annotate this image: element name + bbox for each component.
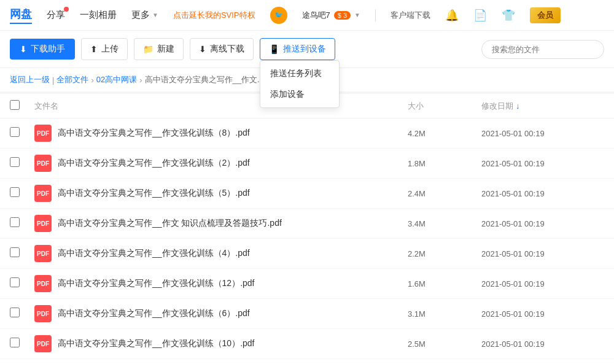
folder-add-icon: 📁 — [143, 44, 154, 54]
file-size-label: 2.5M — [408, 339, 481, 349]
download-icon: ⬇ — [20, 44, 27, 54]
push-to-device-button[interactable]: 📱 推送到设备 — [260, 38, 335, 60]
nav-promo-banner[interactable]: 点击延长我的SVIP特权 — [173, 10, 255, 21]
client-download-link[interactable]: 客户端下载 — [391, 10, 430, 21]
upload-icon: ⬆ — [90, 44, 98, 54]
table-row[interactable]: PDF 高中语文夺分宝典之写作 作文强化训练（9）(www.xue-ba.org… — [0, 359, 614, 364]
table-row[interactable]: PDF 高中语文夺分宝典之写作__作文强化训练（5）.pdf 2.4M 2021… — [0, 179, 614, 209]
row-checkbox[interactable] — [10, 277, 34, 290]
file-date-label: 2021-05-01 00:19 — [481, 249, 604, 258]
header-checkbox[interactable] — [10, 100, 34, 112]
file-name-label: 高中语文夺分宝典之写作__作文强化训练（10）.pdf — [58, 338, 255, 349]
table-row[interactable]: PDF 高中语文夺分宝典之写作__作文强化训练（8）.pdf 4.2M 2021… — [0, 118, 614, 149]
upload-button[interactable]: ⬆ 上传 — [81, 38, 128, 60]
push-dropdown: 推送任务列表 添加设备 — [260, 60, 340, 108]
file-name-cell: PDF 高中语文夺分宝典之写作__作文强化训练（10）.pdf — [34, 335, 408, 352]
breadcrumb-folder1[interactable]: 02高中网课 — [96, 74, 137, 85]
row-checkbox[interactable] — [10, 338, 34, 350]
file-size-label: 1.6M — [408, 279, 481, 288]
file-name-cell: PDF 高中语文夺分宝典之写作__作文强化训练（8）.pdf — [34, 125, 408, 142]
user-dropdown-icon[interactable]: ▼ — [354, 12, 360, 18]
pdf-icon: PDF — [34, 185, 52, 202]
file-date-label: 2021-05-01 00:19 — [481, 159, 604, 168]
pdf-icon: PDF — [34, 305, 52, 322]
push-task-list-item[interactable]: 推送任务列表 — [260, 63, 339, 84]
pdf-icon: PDF — [34, 215, 52, 232]
row-checkbox[interactable] — [10, 187, 34, 199]
file-size-label: 2.4M — [408, 189, 481, 198]
file-rows-container: PDF 高中语文夺分宝典之写作__作文强化训练（8）.pdf 4.2M 2021… — [0, 118, 614, 364]
file-date-label: 2021-05-01 00:19 — [481, 309, 604, 319]
new-folder-button[interactable]: 📁 新建 — [134, 38, 184, 60]
table-row[interactable]: PDF 高中语文夺分宝典之写作__作文强化训练（4）.pdf 2.2M 2021… — [0, 239, 614, 269]
toolbar: ⬇ 下载助手 ⬆ 上传 📁 新建 ⬇ 离线下载 📱 推送到设备 推送任务列表 添… — [0, 31, 614, 68]
download-assistant-button[interactable]: ⬇ 下载助手 — [10, 39, 75, 60]
push-icon: 📱 — [269, 44, 279, 54]
nav-item-more[interactable]: 更多 ▼ — [131, 9, 158, 21]
pdf-icon: PDF — [34, 155, 52, 172]
nav-item-share[interactable]: 分享 — [47, 9, 65, 21]
username-label: 途鸟吧7 — [302, 10, 330, 21]
share-notification-dot — [64, 7, 69, 12]
breadcrumb-separator-3: › — [139, 76, 142, 85]
file-name-cell: PDF 高中语文夺分宝典之写作__作文强化训练（12）.pdf — [34, 275, 408, 292]
file-date-label: 2021-05-01 00:19 — [481, 129, 604, 138]
file-name-label: 高中语文夺分宝典之写作__作文 知识点梳理及答题技巧.pdf — [58, 218, 282, 229]
top-navigation: 网盘 分享 一刻相册 更多 ▼ 点击延长我的SVIP特权 🐦 途鸟吧7 $ 3 … — [0, 0, 614, 31]
table-row[interactable]: PDF 高中语文夺分宝典之写作__作文 知识点梳理及答题技巧.pdf 3.4M … — [0, 209, 614, 239]
file-name-label: 高中语文夺分宝典之写作__作文强化训练（6）.pdf — [58, 308, 250, 319]
file-name-label: 高中语文夺分宝典之写作__作文强化训练（2）.pdf — [58, 158, 250, 169]
pdf-icon: PDF — [34, 125, 52, 142]
avatar: 🐦 — [270, 7, 287, 24]
table-row[interactable]: PDF 高中语文夺分宝典之写作__作文强化训练（6）.pdf 3.1M 2021… — [0, 299, 614, 329]
header-filename: 文件名 — [34, 101, 408, 112]
file-table: 文件名 大小 修改日期 ↓ PDF 高中语文夺分宝典之写作__作文强化训练（8）… — [0, 94, 614, 364]
row-checkbox[interactable] — [10, 127, 34, 139]
file-name-label: 高中语文夺分宝典之写作__作文强化训练（5）.pdf — [58, 188, 250, 199]
file-date-label: 2021-05-01 00:19 — [481, 189, 604, 198]
file-size-label: 3.1M — [408, 309, 481, 319]
shirt-icon[interactable]: 👕 — [502, 9, 515, 22]
chevron-down-icon: ▼ — [152, 12, 158, 18]
vip-button[interactable]: 会员 — [530, 7, 561, 23]
file-name-label: 高中语文夺分宝典之写作__作文强化训练（4）.pdf — [58, 248, 250, 259]
table-row[interactable]: PDF 高中语文夺分宝典之写作__作文强化训练（12）.pdf 1.6M 202… — [0, 269, 614, 299]
file-size-label: 1.8M — [408, 159, 481, 168]
row-checkbox[interactable] — [10, 157, 34, 169]
file-date-label: 2021-05-01 00:19 — [481, 279, 604, 288]
file-date-label: 2021-05-01 00:19 — [481, 219, 604, 228]
nav-item-album[interactable]: 一刻相册 — [80, 9, 117, 21]
file-name-cell: PDF 高中语文夺分宝典之写作__作文 知识点梳理及答题技巧.pdf — [34, 215, 408, 232]
file-size-label: 4.2M — [408, 129, 481, 138]
push-to-device-container: 📱 推送到设备 推送任务列表 添加设备 — [260, 38, 335, 60]
row-checkbox[interactable] — [10, 217, 34, 230]
header-size: 大小 — [408, 101, 481, 112]
breadcrumb-separator-2: › — [91, 76, 93, 85]
offline-download-button[interactable]: ⬇ 离线下载 — [190, 38, 254, 60]
header-date[interactable]: 修改日期 ↓ — [481, 101, 604, 112]
nav-logo[interactable]: 网盘 — [10, 7, 32, 24]
breadcrumb-folder2: 高中语文夺分宝典之写作__作文... — [145, 74, 264, 85]
breadcrumb-all-files[interactable]: 全部文件 — [56, 74, 88, 85]
pdf-icon: PDF — [34, 335, 52, 352]
row-checkbox[interactable] — [10, 308, 34, 320]
offline-icon: ⬇ — [199, 44, 206, 54]
search-input[interactable] — [481, 40, 604, 59]
notification-icon[interactable]: 🔔 — [445, 9, 459, 22]
table-row[interactable]: PDF 高中语文夺分宝典之写作__作文强化训练（2）.pdf 1.8M 2021… — [0, 149, 614, 179]
file-date-label: 2021-05-01 00:19 — [481, 339, 604, 349]
breadcrumb-separator-1: | — [52, 76, 54, 85]
table-row[interactable]: PDF 高中语文夺分宝典之写作__作文强化训练（10）.pdf 2.5M 202… — [0, 329, 614, 359]
document-icon[interactable]: 📄 — [473, 9, 487, 22]
file-size-label: 3.4M — [408, 219, 481, 228]
divider — [375, 9, 376, 21]
back-link[interactable]: 返回上一级 — [10, 74, 50, 85]
file-name-cell: PDF 高中语文夺分宝典之写作__作文强化训练（5）.pdf — [34, 185, 408, 202]
row-checkbox[interactable] — [10, 247, 34, 260]
file-name-label: 高中语文夺分宝典之写作__作文强化训练（12）.pdf — [58, 278, 255, 289]
pdf-icon: PDF — [34, 275, 52, 292]
search-container — [481, 40, 604, 59]
file-name-cell: PDF 高中语文夺分宝典之写作__作文强化训练（2）.pdf — [34, 155, 408, 172]
add-device-item[interactable]: 添加设备 — [260, 84, 339, 105]
file-name-cell: PDF 高中语文夺分宝典之写作__作文强化训练（6）.pdf — [34, 305, 408, 322]
